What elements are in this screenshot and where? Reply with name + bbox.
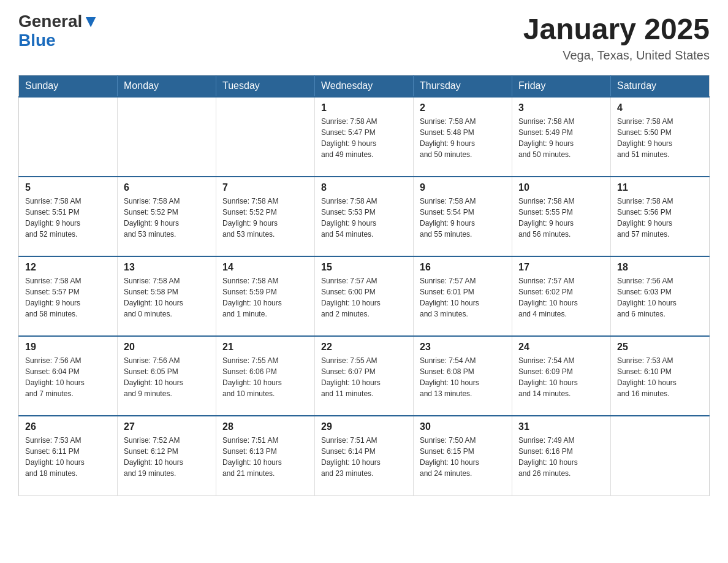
calendar-week-row: 1Sunrise: 7:58 AMSunset: 5:47 PMDaylight…: [19, 97, 710, 177]
day-number: 28: [222, 421, 308, 432]
calendar-cell: 15Sunrise: 7:57 AMSunset: 6:00 PMDayligh…: [315, 256, 414, 336]
day-info: Sunrise: 7:56 AMSunset: 6:04 PMDaylight:…: [25, 355, 111, 399]
day-number: 23: [420, 342, 506, 353]
calendar-cell: 3Sunrise: 7:58 AMSunset: 5:49 PMDaylight…: [512, 97, 611, 177]
calendar-cell: 11Sunrise: 7:58 AMSunset: 5:56 PMDayligh…: [611, 177, 710, 256]
calendar-week-row: 12Sunrise: 7:58 AMSunset: 5:57 PMDayligh…: [19, 256, 710, 336]
day-info: Sunrise: 7:53 AMSunset: 6:10 PMDaylight:…: [617, 355, 703, 399]
calendar-cell: 16Sunrise: 7:57 AMSunset: 6:01 PMDayligh…: [414, 256, 512, 336]
day-number: 1: [321, 102, 407, 113]
day-number: 8: [321, 182, 407, 193]
calendar-cell: 9Sunrise: 7:58 AMSunset: 5:54 PMDaylight…: [414, 177, 512, 256]
calendar-cell: 20Sunrise: 7:56 AMSunset: 6:05 PMDayligh…: [118, 336, 216, 416]
day-number: 15: [321, 262, 407, 273]
calendar-week-row: 19Sunrise: 7:56 AMSunset: 6:04 PMDayligh…: [19, 336, 710, 416]
day-number: 26: [25, 421, 111, 432]
day-number: 25: [617, 342, 703, 353]
day-info: Sunrise: 7:57 AMSunset: 6:01 PMDaylight:…: [420, 275, 506, 320]
day-info: Sunrise: 7:58 AMSunset: 5:59 PMDaylight:…: [222, 275, 308, 320]
calendar-cell: 29Sunrise: 7:51 AMSunset: 6:14 PMDayligh…: [315, 416, 414, 496]
calendar-cell: 28Sunrise: 7:51 AMSunset: 6:13 PMDayligh…: [216, 416, 315, 496]
calendar-cell: 23Sunrise: 7:54 AMSunset: 6:08 PMDayligh…: [414, 336, 512, 416]
day-number: 19: [25, 342, 111, 353]
day-number: 30: [420, 421, 506, 432]
day-info: Sunrise: 7:55 AMSunset: 6:06 PMDaylight:…: [222, 355, 308, 399]
day-number: 5: [25, 182, 111, 193]
calendar-table: SundayMondayTuesdayWednesdayThursdayFrid…: [18, 75, 710, 496]
day-number: 6: [124, 182, 210, 193]
logo-blue-text: Blue: [18, 31, 56, 50]
calendar-cell: 4Sunrise: 7:58 AMSunset: 5:50 PMDaylight…: [611, 97, 710, 177]
day-number: 11: [617, 182, 703, 193]
day-info: Sunrise: 7:58 AMSunset: 5:54 PMDaylight:…: [420, 196, 506, 240]
day-header-tuesday: Tuesday: [216, 75, 315, 98]
calendar-cell: 2Sunrise: 7:58 AMSunset: 5:48 PMDaylight…: [414, 97, 512, 177]
page-header: General▼Blue January 2025 Vega, Texas, U…: [18, 12, 710, 63]
day-number: 2: [420, 102, 506, 113]
calendar-cell: 5Sunrise: 7:58 AMSunset: 5:51 PMDaylight…: [19, 177, 118, 256]
day-info: Sunrise: 7:57 AMSunset: 6:02 PMDaylight:…: [518, 275, 604, 320]
day-number: 22: [321, 342, 407, 353]
day-info: Sunrise: 7:53 AMSunset: 6:11 PMDaylight:…: [25, 435, 111, 479]
day-number: 31: [518, 421, 604, 432]
day-number: 7: [222, 182, 308, 193]
logo-triangle-icon: ▼: [82, 12, 99, 31]
day-number: 29: [321, 421, 407, 432]
calendar-cell: [19, 97, 118, 177]
day-info: Sunrise: 7:49 AMSunset: 6:16 PMDaylight:…: [518, 435, 604, 479]
main-title: January 2025: [523, 12, 710, 46]
calendar-cell: 19Sunrise: 7:56 AMSunset: 6:04 PMDayligh…: [19, 336, 118, 416]
calendar-cell: 13Sunrise: 7:58 AMSunset: 5:58 PMDayligh…: [118, 256, 216, 336]
day-info: Sunrise: 7:50 AMSunset: 6:15 PMDaylight:…: [420, 435, 506, 479]
calendar-cell: 21Sunrise: 7:55 AMSunset: 6:06 PMDayligh…: [216, 336, 315, 416]
calendar-cell: [216, 97, 315, 177]
day-info: Sunrise: 7:57 AMSunset: 6:00 PMDaylight:…: [321, 275, 407, 320]
calendar-cell: 31Sunrise: 7:49 AMSunset: 6:16 PMDayligh…: [512, 416, 611, 496]
day-number: 4: [617, 102, 703, 113]
calendar-week-row: 5Sunrise: 7:58 AMSunset: 5:51 PMDaylight…: [19, 177, 710, 256]
day-header-wednesday: Wednesday: [315, 75, 414, 98]
day-info: Sunrise: 7:58 AMSunset: 5:49 PMDaylight:…: [518, 116, 604, 160]
logo-text: General▼Blue: [18, 12, 99, 50]
day-number: 10: [518, 182, 604, 193]
calendar-cell: 26Sunrise: 7:53 AMSunset: 6:11 PMDayligh…: [19, 416, 118, 496]
day-info: Sunrise: 7:56 AMSunset: 6:03 PMDaylight:…: [617, 275, 703, 320]
day-number: 12: [25, 262, 111, 273]
day-info: Sunrise: 7:58 AMSunset: 5:51 PMDaylight:…: [25, 196, 111, 240]
day-info: Sunrise: 7:58 AMSunset: 5:55 PMDaylight:…: [518, 196, 604, 240]
day-header-monday: Monday: [118, 75, 216, 98]
day-info: Sunrise: 7:58 AMSunset: 5:57 PMDaylight:…: [25, 275, 111, 320]
day-info: Sunrise: 7:58 AMSunset: 5:52 PMDaylight:…: [124, 196, 210, 240]
day-number: 24: [518, 342, 604, 353]
day-info: Sunrise: 7:55 AMSunset: 6:07 PMDaylight:…: [321, 355, 407, 399]
calendar-cell: 25Sunrise: 7:53 AMSunset: 6:10 PMDayligh…: [611, 336, 710, 416]
day-header-friday: Friday: [512, 75, 611, 98]
calendar-cell: 1Sunrise: 7:58 AMSunset: 5:47 PMDaylight…: [315, 97, 414, 177]
calendar-cell: 30Sunrise: 7:50 AMSunset: 6:15 PMDayligh…: [414, 416, 512, 496]
calendar-header-row: SundayMondayTuesdayWednesdayThursdayFrid…: [19, 75, 710, 98]
calendar-cell: 18Sunrise: 7:56 AMSunset: 6:03 PMDayligh…: [611, 256, 710, 336]
day-info: Sunrise: 7:51 AMSunset: 6:13 PMDaylight:…: [222, 435, 308, 479]
calendar-cell: 24Sunrise: 7:54 AMSunset: 6:09 PMDayligh…: [512, 336, 611, 416]
calendar-cell: 27Sunrise: 7:52 AMSunset: 6:12 PMDayligh…: [118, 416, 216, 496]
calendar-cell: 17Sunrise: 7:57 AMSunset: 6:02 PMDayligh…: [512, 256, 611, 336]
day-number: 9: [420, 182, 506, 193]
day-number: 18: [617, 262, 703, 273]
day-info: Sunrise: 7:54 AMSunset: 6:09 PMDaylight:…: [518, 355, 604, 399]
day-number: 13: [124, 262, 210, 273]
day-info: Sunrise: 7:51 AMSunset: 6:14 PMDaylight:…: [321, 435, 407, 479]
day-header-saturday: Saturday: [611, 75, 710, 98]
title-section: January 2025 Vega, Texas, United States: [523, 12, 710, 63]
subtitle: Vega, Texas, United States: [523, 48, 710, 63]
day-number: 17: [518, 262, 604, 273]
calendar-cell: 7Sunrise: 7:58 AMSunset: 5:52 PMDaylight…: [216, 177, 315, 256]
day-info: Sunrise: 7:58 AMSunset: 5:52 PMDaylight:…: [222, 196, 308, 240]
day-number: 3: [518, 102, 604, 113]
day-info: Sunrise: 7:54 AMSunset: 6:08 PMDaylight:…: [420, 355, 506, 399]
day-info: Sunrise: 7:58 AMSunset: 5:50 PMDaylight:…: [617, 116, 703, 160]
day-info: Sunrise: 7:58 AMSunset: 5:47 PMDaylight:…: [321, 116, 407, 160]
day-info: Sunrise: 7:52 AMSunset: 6:12 PMDaylight:…: [124, 435, 210, 479]
day-number: 14: [222, 262, 308, 273]
calendar-cell: 6Sunrise: 7:58 AMSunset: 5:52 PMDaylight…: [118, 177, 216, 256]
calendar-cell: 8Sunrise: 7:58 AMSunset: 5:53 PMDaylight…: [315, 177, 414, 256]
